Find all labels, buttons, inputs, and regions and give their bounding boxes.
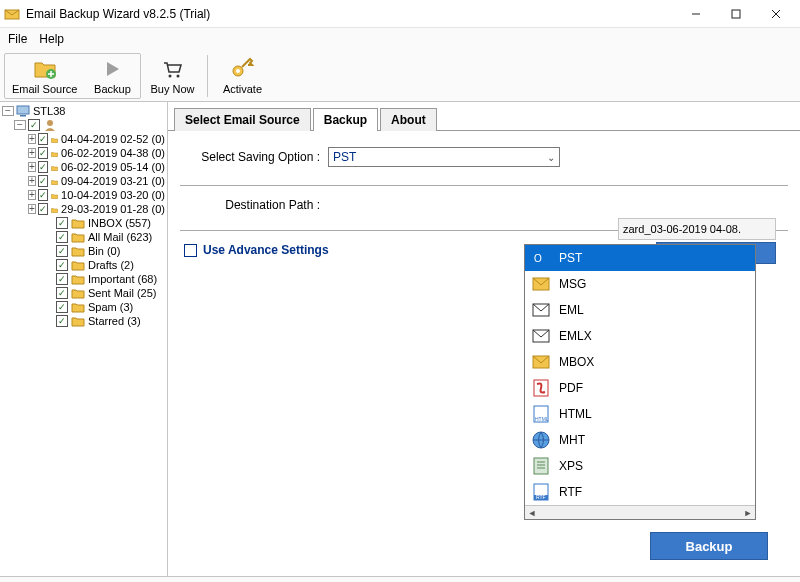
svg-text:O: O [534,253,542,264]
tree-item[interactable]: ✓Important (68) [0,272,167,286]
scroll-left-icon[interactable]: ◄ [525,506,539,519]
tree-account[interactable]: −✓ [0,118,167,132]
folder-icon [51,175,58,187]
folder-icon [51,189,58,201]
rtf-icon: RTF [531,482,551,502]
menu-help[interactable]: Help [39,32,64,46]
option-html[interactable]: HTMLHTML [525,401,755,427]
activate-button[interactable]: Activate [214,54,270,98]
emlx-icon [531,326,551,346]
computer-icon [16,105,30,117]
folder-icon [51,147,58,159]
tab-backup[interactable]: Backup [313,108,378,131]
html-icon: HTML [531,404,551,424]
option-xps[interactable]: XPS [525,453,755,479]
close-button[interactable] [756,2,796,26]
tree-item[interactable]: ✓All Mail (623) [0,230,167,244]
mbox-icon [531,352,551,372]
menu-file[interactable]: File [8,32,27,46]
toolbar: Email Source Backup Buy Now Activate [0,50,800,102]
tab-select-source[interactable]: Select Email Source [174,108,311,131]
buy-now-button[interactable]: Buy Now [143,54,201,98]
backup-action-button[interactable]: Backup [650,532,768,560]
xps-icon [531,456,551,476]
svg-point-6 [169,74,172,77]
destination-path-field[interactable]: zard_03-06-2019 04-08. [618,218,776,240]
tree-item[interactable]: +✓10-04-2019 03-20 (0) [0,188,167,202]
separator [180,185,788,186]
tree-item[interactable]: ✓Starred (3) [0,314,167,328]
folder-icon [71,231,85,243]
folder-icon [71,273,85,285]
tree-root[interactable]: −STL38 [0,104,167,118]
email-source-button[interactable]: Email Source [5,54,84,98]
destination-label: Destination Path : [184,198,320,212]
tree-item[interactable]: ✓Bin (0) [0,244,167,258]
window-title: Email Backup Wizard v8.2.5 (Trial) [26,7,676,21]
svg-rect-2 [732,10,740,18]
svg-point-12 [47,120,53,126]
advance-label: Use Advance Settings [203,243,329,257]
tree-item[interactable]: +✓06-02-2019 05-14 (0) [0,160,167,174]
option-pst[interactable]: OPST [525,245,755,271]
saving-option-combo[interactable]: PST ⌄ [328,147,560,167]
titlebar: Email Backup Wizard v8.2.5 (Trial) [0,0,800,28]
folder-plus-icon [33,57,57,81]
folder-icon [71,315,85,327]
tree-item[interactable]: ✓Spam (3) [0,300,167,314]
tree-item[interactable]: +✓04-04-2019 02-52 (0) [0,132,167,146]
mht-icon [531,430,551,450]
option-rtf[interactable]: RTFRTF [525,479,755,505]
folder-tree[interactable]: −STL38 −✓ +✓04-04-2019 02-52 (0)+✓06-02-… [0,102,168,576]
app-icon [4,6,20,22]
option-emlx[interactable]: EMLX [525,323,755,349]
folder-icon [71,245,85,257]
svg-point-7 [177,74,180,77]
folder-icon [51,203,58,215]
saving-option-dropdown[interactable]: OPSTMSGEMLEMLXMBOXPDFHTMLHTMLMHTXPSRTFRT… [524,244,756,520]
folder-icon [71,301,85,313]
tree-item[interactable]: ✓Drafts (2) [0,258,167,272]
tree-item[interactable]: ✓INBOX (557) [0,216,167,230]
svg-rect-10 [17,106,29,114]
menubar: File Help [0,28,800,50]
folder-icon [71,217,85,229]
folder-icon [71,287,85,299]
toolbar-divider [207,55,208,97]
minimize-button[interactable] [676,2,716,26]
statusbar [0,576,800,582]
tree-item[interactable]: +✓29-03-2019 01-28 (0) [0,202,167,216]
scroll-right-icon[interactable]: ► [741,506,755,519]
tree-item[interactable]: +✓09-04-2019 03-21 (0) [0,174,167,188]
chevron-down-icon: ⌄ [547,152,555,163]
svg-rect-11 [20,115,26,117]
option-pdf[interactable]: PDF [525,375,755,401]
option-eml[interactable]: EML [525,297,755,323]
eml-icon [531,300,551,320]
content-panel: Select Email Source Backup About Select … [168,102,800,576]
backup-button[interactable]: Backup [84,54,140,98]
svg-rect-23 [534,458,548,474]
folder-icon [71,259,85,271]
tab-about[interactable]: About [380,108,437,131]
option-mht[interactable]: MHT [525,427,755,453]
pst-icon: O [531,248,551,268]
user-icon [43,119,57,131]
horizontal-scrollbar[interactable]: ◄ ► [525,505,755,519]
option-mbox[interactable]: MBOX [525,349,755,375]
svg-point-9 [236,69,240,73]
maximize-button[interactable] [716,2,756,26]
msg-icon [531,274,551,294]
key-icon [230,57,254,81]
play-icon [100,57,124,81]
svg-text:RTF: RTF [536,494,546,500]
cart-icon [160,57,184,81]
folder-icon [51,161,58,173]
tree-item[interactable]: ✓Sent Mail (25) [0,286,167,300]
pdf-icon [531,378,551,398]
tree-item[interactable]: +✓06-02-2019 04-38 (0) [0,146,167,160]
option-msg[interactable]: MSG [525,271,755,297]
folder-icon [51,133,58,145]
svg-text:HTML: HTML [535,416,549,422]
advance-checkbox[interactable] [184,244,197,257]
